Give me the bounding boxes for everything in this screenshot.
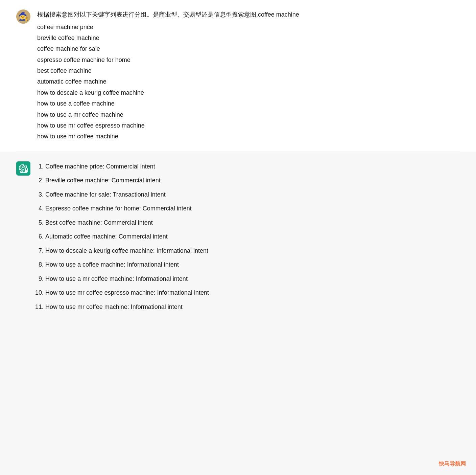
keyword-item: how to use a mr coffee machine — [37, 109, 460, 120]
list-item-7: How to descale a keurig coffee machine: … — [45, 246, 460, 256]
response-list: Coffee machine price: Commercial intent … — [37, 161, 460, 313]
list-item-10: How to use mr coffee espresso machine: I… — [45, 288, 460, 298]
keyword-item: coffee machine price — [37, 22, 460, 32]
keyword-item: espresso coffee machine for home — [37, 54, 460, 65]
keyword-list: coffee machine price breville coffee mac… — [37, 22, 460, 142]
keyword-item: how to descale a keurig coffee machine — [37, 87, 460, 98]
user-message-content: 根据搜索意图对以下关键字列表进行分组。是商业型、交易型还是信息型搜索意图.cof… — [37, 9, 460, 142]
keyword-item: how to use mr coffee espresso machine — [37, 120, 460, 131]
list-item-11: How to use mr coffee machine: Informatio… — [45, 302, 460, 313]
assistant-message-content: Coffee machine price: Commercial intent … — [37, 161, 460, 316]
keyword-item: breville coffee machine — [37, 32, 460, 43]
keyword-item: coffee machine for sale — [37, 43, 460, 54]
list-item-6: Automatic coffee machine: Commercial int… — [45, 231, 460, 242]
list-item-8: How to use a coffee machine: Information… — [45, 259, 460, 270]
assistant-avatar — [16, 161, 30, 176]
list-item-1: Coffee machine price: Commercial intent — [45, 161, 460, 172]
list-item-2: Breville coffee machine: Commercial inte… — [45, 175, 460, 186]
list-item-5: Best coffee machine: Commercial intent — [45, 218, 460, 228]
prompt-text: 根据搜索意图对以下关键字列表进行分组。是商业型、交易型还是信息型搜索意图.cof… — [37, 9, 460, 20]
chat-container: 🧙 根据搜索意图对以下关键字列表进行分组。是商业型、交易型还是信息型搜索意图.c… — [0, 0, 476, 325]
keyword-item: best coffee machine — [37, 65, 460, 76]
assistant-message-row: Coffee machine price: Commercial intent … — [0, 152, 476, 325]
user-message-row: 🧙 根据搜索意图对以下关键字列表进行分组。是商业型、交易型还是信息型搜索意图.c… — [0, 0, 476, 152]
list-item-9: How to use a mr coffee machine: Informat… — [45, 274, 460, 285]
list-item-3: Coffee machine for sale: Transactional i… — [45, 189, 460, 200]
list-item-4: Espresso coffee machine for home: Commer… — [45, 203, 460, 214]
keyword-item: automatic coffee machine — [37, 76, 460, 87]
keyword-item: how to use a coffee machine — [37, 98, 460, 109]
keyword-item: how to use mr coffee machine — [37, 131, 460, 142]
user-avatar: 🧙 — [16, 9, 30, 24]
